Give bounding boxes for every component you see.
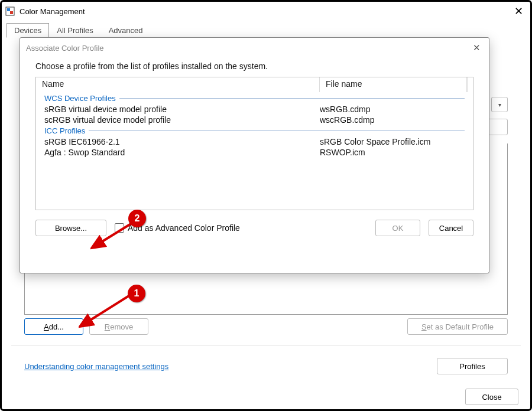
app-icon (5, 6, 15, 16)
svg-line-4 (99, 223, 132, 243)
list-item[interactable]: sRGB virtual device model profilewsRGB.c… (36, 104, 473, 115)
dialog-title: Associate Color Profile (26, 44, 104, 53)
close-button[interactable]: Close (465, 389, 518, 405)
svg-rect-2 (10, 11, 13, 14)
cancel-button[interactable]: Cancel (429, 220, 473, 236)
list-item[interactable]: sRGB IEC61966-2.1sRGB Color Space Profil… (36, 136, 473, 147)
svg-line-3 (87, 296, 129, 322)
tab-all-profiles[interactable]: All Profiles (49, 23, 100, 38)
add-button[interactable]: Add... (24, 318, 83, 335)
profiles-button[interactable]: Profiles (437, 358, 508, 374)
column-name[interactable]: Name (36, 77, 320, 92)
section-wcs: WCS Device Profiles (36, 93, 473, 104)
tab-devices[interactable]: Devices (7, 23, 49, 38)
column-file[interactable]: File name (320, 77, 467, 92)
callout-2: 2 (128, 210, 146, 227)
help-link[interactable]: Understanding color management settings (24, 362, 168, 371)
callout-1: 1 (128, 285, 145, 302)
tab-strip: Devices All Profiles Advanced (2, 21, 530, 38)
set-default-profile-button: Set as Default Profile (407, 318, 508, 335)
window-title: Color Management (20, 7, 510, 16)
list-item[interactable]: scRGB virtual device model profilewscRGB… (36, 115, 473, 125)
list-item[interactable]: Agfa : Swop StandardRSWOP.icm (36, 147, 473, 158)
ok-button: OK (375, 220, 420, 236)
section-icc: ICC Profiles (36, 125, 473, 136)
tab-advanced[interactable]: Advanced (101, 23, 151, 38)
dialog-instruction: Choose a profile from the list of profil… (20, 58, 489, 77)
svg-rect-1 (7, 8, 10, 11)
dialog-close-icon[interactable]: ✕ (470, 43, 483, 53)
titlebar: Color Management ✕ (2, 2, 530, 21)
profile-list: Name File name WCS Device Profiles sRGB … (35, 77, 473, 210)
close-icon[interactable]: ✕ (510, 5, 527, 18)
device-dropdown-chevron[interactable]: ▾ (491, 97, 508, 112)
divider (11, 345, 521, 345)
list-header: Name File name (36, 77, 473, 93)
